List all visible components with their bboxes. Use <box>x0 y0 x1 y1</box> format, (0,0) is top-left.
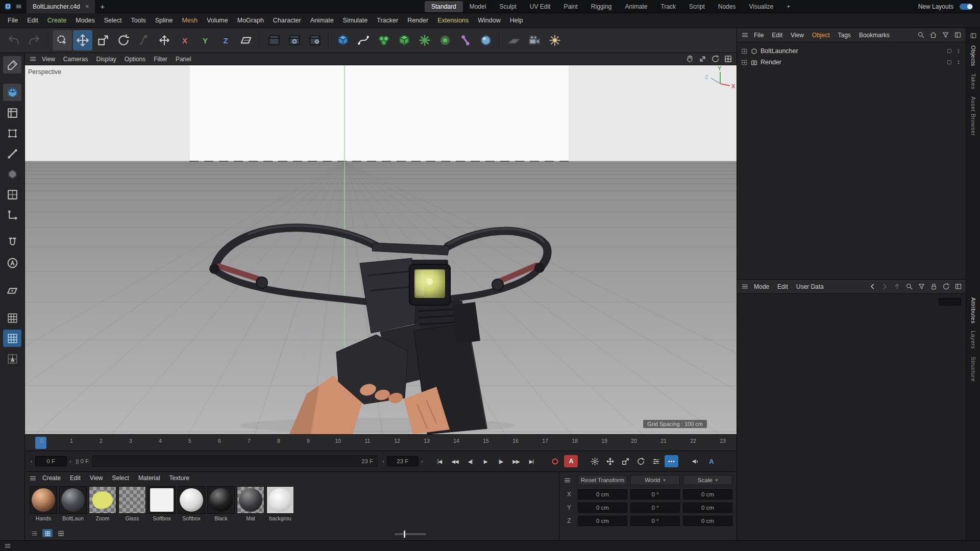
spline-pen-button[interactable] <box>354 30 373 51</box>
redo-button[interactable] <box>24 30 44 51</box>
grid-a-button[interactable] <box>3 350 21 367</box>
panel-tab-asset-browser[interactable]: Asset Browser <box>970 96 976 136</box>
panel-tab-attributes[interactable]: Attributes <box>970 297 976 323</box>
up-arrow-icon[interactable] <box>893 283 901 290</box>
material-hamburger-icon[interactable] <box>29 474 37 482</box>
object-menu-tags[interactable]: Tags <box>834 28 855 42</box>
menu-create[interactable]: Create <box>43 13 71 28</box>
material-item-softbox[interactable]: Softbox <box>177 486 206 521</box>
play-button[interactable]: ▶ <box>478 455 492 467</box>
timeline-tick[interactable]: 21 <box>659 438 668 444</box>
filter-icon[interactable] <box>918 283 925 290</box>
coord-z-position-field[interactable]: 0 cm <box>578 516 627 526</box>
layout-tab-uv-edit[interactable]: UV Edit <box>523 1 557 12</box>
key-scale-button[interactable] <box>619 455 632 467</box>
timeline-tick[interactable]: 5 <box>185 438 194 444</box>
expand-plus-icon[interactable] <box>741 59 748 66</box>
timeline-tick[interactable]: 22 <box>689 438 698 444</box>
coordinate-hamburger-icon[interactable] <box>564 477 571 484</box>
menu-simulate[interactable]: Simulate <box>338 13 373 28</box>
z-axis-button[interactable]: Z <box>216 30 235 51</box>
layout-tab-standard[interactable]: Standard <box>425 1 463 12</box>
menu-file[interactable]: File <box>3 13 22 28</box>
timeline-tick[interactable]: 23 <box>718 438 727 444</box>
go-end-button[interactable]: ▶| <box>524 455 538 467</box>
material-item-softbox[interactable]: Softbox <box>148 486 176 521</box>
panel-tab-takes[interactable]: Takes <box>970 73 976 89</box>
volume-button[interactable] <box>395 30 414 51</box>
refresh-icon[interactable] <box>942 283 950 290</box>
timeline-tick[interactable]: 3 <box>126 438 135 444</box>
key-pla-button[interactable] <box>665 455 678 467</box>
uv-mode-button[interactable] <box>3 186 21 203</box>
toggle-view-icon[interactable] <box>724 55 732 63</box>
object-manager-hamburger-icon[interactable] <box>741 31 749 39</box>
material-menu-texture[interactable]: Texture <box>165 472 194 484</box>
layout-tab-script[interactable]: Script <box>682 1 712 12</box>
material-item-boltlaun[interactable]: BoltLaun <box>59 486 87 521</box>
point-mode-button[interactable] <box>3 124 21 142</box>
workplane-button[interactable] <box>236 30 256 51</box>
material-item-mat[interactable]: Mat <box>236 486 265 521</box>
menu-render[interactable]: Render <box>403 13 433 28</box>
layout-tab-nodes[interactable]: Nodes <box>712 1 743 12</box>
new-layouts-button[interactable]: New Layouts <box>918 0 953 13</box>
material-menu-material[interactable]: Material <box>134 472 165 484</box>
rotate-button[interactable] <box>114 30 133 51</box>
viewport-menu-view[interactable]: View <box>38 53 59 65</box>
timeline-tick[interactable]: 15 <box>481 438 491 444</box>
object-menu-file[interactable]: File <box>750 28 768 42</box>
new-document-tab-button[interactable]: + <box>95 2 110 11</box>
x-axis-button[interactable]: X <box>175 30 194 51</box>
sound-button[interactable] <box>689 455 702 467</box>
coord-z-rotation-field[interactable]: 0 ° <box>630 516 680 526</box>
layout-tab-rigging[interactable]: Rigging <box>584 1 619 12</box>
timeline-tick[interactable]: 20 <box>629 438 639 444</box>
key-parameter-button[interactable] <box>649 455 663 467</box>
coord-x-position-field[interactable]: 0 cm <box>578 489 627 499</box>
snap-button[interactable] <box>3 234 21 251</box>
next-key-button[interactable]: ▶▶ <box>509 455 523 467</box>
layout-tab-model[interactable]: Model <box>463 1 493 12</box>
reset-transform-button[interactable]: Reset Transform <box>578 475 627 485</box>
viewport-menu-panel[interactable]: Panel <box>172 53 195 65</box>
material-item-hands[interactable]: Hands <box>29 486 58 521</box>
window-menu-icon[interactable] <box>15 3 22 10</box>
timeline-tick[interactable]: 18 <box>570 438 579 444</box>
mograph-button[interactable] <box>374 30 394 51</box>
timeline-tick[interactable]: 19 <box>600 438 609 444</box>
make-editable-button[interactable] <box>3 56 21 73</box>
timeline-ruler[interactable]: 01234567891011121314151617181920212223 <box>25 434 737 451</box>
object-row-render[interactable]: Render <box>739 57 964 68</box>
layout-tab-track[interactable]: Track <box>654 1 683 12</box>
timeline-tick[interactable]: 8 <box>274 438 283 444</box>
attribute-menu-user-data[interactable]: User Data <box>792 280 828 294</box>
y-axis-button[interactable]: Y <box>195 30 215 51</box>
viewport-menu-cameras[interactable]: Cameras <box>59 53 92 65</box>
document-tab[interactable]: BoltLauncher.c4d × <box>27 0 95 13</box>
layout-tab--[interactable]: + <box>780 1 797 12</box>
end-next-arrow[interactable]: › <box>420 458 425 464</box>
timeline-tick[interactable]: 13 <box>422 438 431 444</box>
timeline-tick[interactable]: 9 <box>304 438 313 444</box>
material-item-black[interactable]: Black <box>207 486 235 521</box>
slider-handle[interactable] <box>404 531 405 538</box>
current-frame-field[interactable]: 0 F <box>35 456 67 466</box>
undo-button[interactable] <box>4 30 23 51</box>
render-picture-viewer-button[interactable] <box>285 30 304 51</box>
end-frame-field[interactable]: 23 F <box>387 456 419 466</box>
dolly-icon[interactable] <box>698 55 707 63</box>
coord-x-scale-field[interactable]: 0 cm <box>683 489 732 499</box>
timeline-tick[interactable]: 1 <box>67 438 76 444</box>
thumbnail-size-slider[interactable] <box>395 533 426 535</box>
layout-tab-sculpt[interactable]: Sculpt <box>493 1 523 12</box>
polygon-mode-button[interactable] <box>3 165 21 183</box>
attribute-hamburger-icon[interactable] <box>741 283 749 290</box>
menu-modes[interactable]: Modes <box>71 13 100 28</box>
coord-y-scale-field[interactable]: 0 cm <box>683 503 732 513</box>
thumb-view-button[interactable] <box>42 529 53 537</box>
end-prev-arrow[interactable]: ‹ <box>381 458 386 464</box>
viewport-menu-filter[interactable]: Filter <box>150 53 172 65</box>
object-menu-view[interactable]: View <box>787 28 808 42</box>
edge-mode-button[interactable] <box>3 145 21 162</box>
